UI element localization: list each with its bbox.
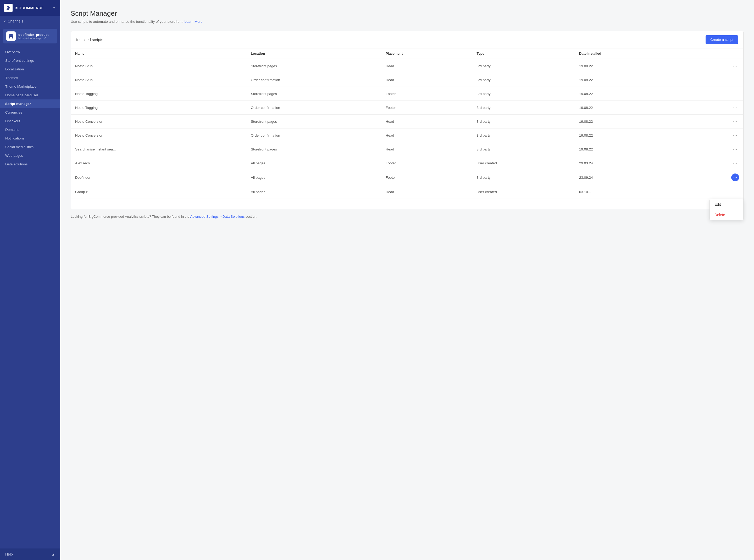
cell-actions: ···	[684, 128, 743, 142]
row-more-button[interactable]: ···	[731, 174, 739, 181]
channel-icon	[6, 32, 16, 41]
nav-list: Overview Storefront settings Localizatio…	[0, 45, 60, 548]
context-menu-delete[interactable]: Delete	[710, 209, 743, 220]
learn-more-link[interactable]: Learn More	[185, 20, 202, 23]
nav-link-data-solutions[interactable]: Data solutions	[0, 160, 60, 168]
nav-link-home-page-carousel[interactable]: Home page carousel	[0, 91, 60, 99]
collapse-sidebar-button[interactable]: «	[51, 4, 56, 12]
table-row: Alex reco All pages Footer User created …	[71, 156, 743, 170]
store-icon	[8, 33, 14, 39]
bottom-note: Looking for BigCommerce provided Analyti…	[71, 215, 743, 219]
cell-actions: ···	[684, 142, 743, 156]
channel-info: doofinder_product https://doofinderp... …	[18, 33, 54, 40]
nav-link-social-media-links[interactable]: Social media links	[0, 143, 60, 151]
row-more-button[interactable]: ···	[731, 62, 739, 69]
nav-link-localization[interactable]: Localization	[0, 65, 60, 74]
cell-location: All pages	[247, 185, 382, 199]
nav-link-themes[interactable]: Themes	[0, 74, 60, 82]
cell-actions: ···	[684, 156, 743, 170]
channels-back-link[interactable]: ‹ Channels	[0, 16, 60, 27]
cell-type: 3rd party	[472, 101, 575, 115]
sidebar: BIGCOMMERCE « ‹ Channels doofinder_produ…	[0, 0, 60, 560]
nav-item-storefront-settings: Storefront settings	[0, 56, 60, 65]
cell-placement: Head	[382, 115, 472, 128]
table-row: Doofinder All pages Footer 3rd party 23.…	[71, 170, 743, 185]
cell-name: Doofinder	[71, 170, 247, 185]
cell-name: Searchanise instant sea...	[71, 142, 247, 156]
row-more-button[interactable]: ···	[731, 132, 739, 139]
col-actions	[684, 48, 743, 59]
cell-placement: Head	[382, 142, 472, 156]
table-header-row: Name Location Placement Type Date instal…	[71, 48, 743, 59]
row-more-button[interactable]: ···	[731, 160, 739, 166]
help-label: Help	[5, 552, 13, 556]
cell-date: 19.08.22	[575, 101, 684, 115]
cell-name: Nosto Stub	[71, 73, 247, 87]
nav-link-currencies[interactable]: Currencies	[0, 108, 60, 117]
cell-type: 3rd party	[472, 142, 575, 156]
cell-placement: Head	[382, 73, 472, 87]
cell-placement: Head	[382, 185, 472, 199]
cell-placement: Footer	[382, 170, 472, 185]
nav-item-data-solutions: Data solutions	[0, 160, 60, 168]
cell-date: 19.08.22	[575, 73, 684, 87]
channel-name: doofinder_product	[18, 33, 54, 37]
scripts-card: Installed scripts Create a script Name L…	[71, 31, 743, 209]
create-script-button[interactable]: Create a script	[705, 35, 738, 44]
row-more-button[interactable]: ···	[731, 104, 739, 111]
row-more-button[interactable]: ···	[731, 188, 739, 195]
cell-actions: ···	[684, 87, 743, 101]
cell-date: 19.08.22	[575, 115, 684, 128]
cell-actions: ···	[684, 73, 743, 87]
table-row: Group B All pages Head User created 03.1…	[71, 185, 743, 199]
row-more-button[interactable]: ···	[731, 118, 739, 125]
nav-item-checkout: Checkout	[0, 117, 60, 125]
nav-item-domains: Domains	[0, 125, 60, 134]
col-placement: Placement	[382, 48, 472, 59]
row-more-button[interactable]: ···	[731, 76, 739, 83]
context-menu-edit[interactable]: Edit	[710, 199, 743, 209]
table-row: Nosto Stub Storefront pages Head 3rd par…	[71, 59, 743, 73]
channels-label: Channels	[7, 19, 23, 23]
nav-link-script-manager[interactable]: Script manager	[0, 99, 60, 108]
nav-link-web-pages[interactable]: Web pages	[0, 151, 60, 160]
external-link-icon: ↗	[44, 37, 46, 40]
nav-link-theme-marketplace[interactable]: Theme Marketplace	[0, 82, 60, 91]
nav-item-home-page-carousel: Home page carousel	[0, 91, 60, 99]
cell-placement: Footer	[382, 156, 472, 170]
row-more-button[interactable]: ···	[731, 90, 739, 97]
cell-location: Order confirmation	[247, 73, 382, 87]
cell-placement: Head	[382, 59, 472, 73]
chevron-up-icon: ▲	[51, 552, 55, 556]
cell-type: User created	[472, 185, 575, 199]
nav-item-social-media-links: Social media links	[0, 143, 60, 151]
installed-scripts-label: Installed scripts	[76, 37, 103, 42]
nav-link-notifications[interactable]: Notifications	[0, 134, 60, 143]
row-more-button[interactable]: ···	[731, 146, 739, 153]
cell-type: User created	[472, 156, 575, 170]
channel-url: https://doofinderp... ↗	[18, 37, 54, 40]
nav-link-checkout[interactable]: Checkout	[0, 117, 60, 125]
nav-link-overview[interactable]: Overview	[0, 47, 60, 56]
table-row: Nosto Conversion Order confirmation Head…	[71, 128, 743, 142]
scripts-table: Name Location Placement Type Date instal…	[71, 48, 743, 199]
cell-actions: ···	[684, 101, 743, 115]
logo-text: BIGCOMMERCE	[15, 6, 44, 10]
context-menu: Edit Delete	[710, 199, 743, 220]
nav-link-storefront-settings[interactable]: Storefront settings	[0, 56, 60, 65]
data-solutions-link[interactable]: Advanced Settings > Data Solutions	[190, 215, 245, 219]
col-name: Name	[71, 48, 247, 59]
cell-type: 3rd party	[472, 128, 575, 142]
table-row: Nosto Tagging Order confirmation Footer …	[71, 101, 743, 115]
cell-type: 3rd party	[472, 59, 575, 73]
help-section[interactable]: Help ▲	[0, 548, 60, 560]
scripts-card-header: Installed scripts Create a script	[71, 31, 743, 48]
cell-date: 29.03.24	[575, 156, 684, 170]
col-location: Location	[247, 48, 382, 59]
cell-name: Nosto Tagging	[71, 101, 247, 115]
col-date: Date installed	[575, 48, 684, 59]
cell-location: Order confirmation	[247, 101, 382, 115]
nav-link-domains[interactable]: Domains	[0, 125, 60, 134]
cell-name: Nosto Stub	[71, 59, 247, 73]
cell-name: Alex reco	[71, 156, 247, 170]
